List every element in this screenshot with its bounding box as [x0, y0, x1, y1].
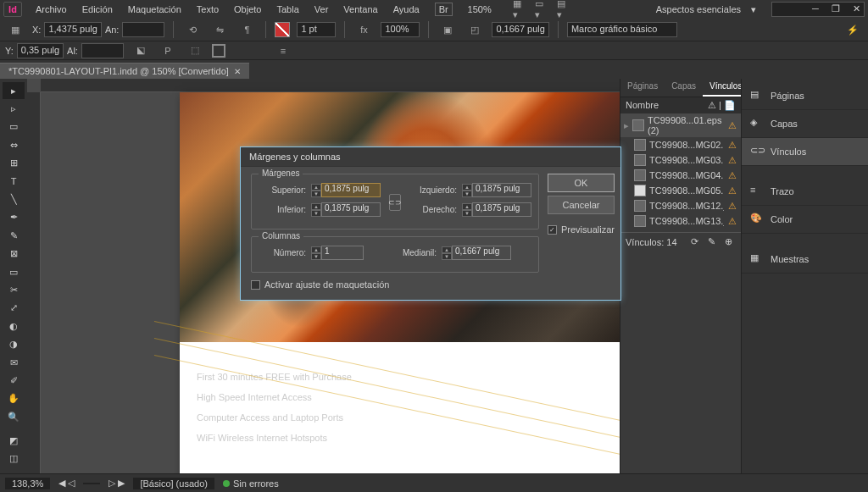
margin-top-field[interactable]: ▲▼0,1875 pulg — [311, 183, 381, 197]
link-row[interactable]: TC99908...MG13.jpg⚠ — [620, 213, 741, 229]
bridge-button[interactable]: Br — [435, 3, 453, 16]
pen-tool-icon[interactable]: ✒ — [3, 209, 25, 226]
zoom-level[interactable]: 150% — [454, 3, 505, 16]
stroke-swatch-icon[interactable] — [212, 44, 225, 58]
note-tool-icon[interactable]: ✉ — [3, 354, 25, 371]
margin-left-field[interactable]: ▲▼0,1875 pulg — [462, 183, 531, 197]
menu-archivo[interactable]: Archivo — [29, 3, 74, 16]
panel-muestras[interactable]: ▦Muestras — [742, 246, 868, 274]
gradient-swatch-tool-icon[interactable]: ◐ — [3, 318, 25, 334]
rectangle-frame-tool-icon[interactable]: ⊠ — [3, 246, 25, 263]
char-format-icon[interactable]: ¶ — [236, 19, 257, 40]
x-field[interactable]: 1,4375 pulg — [44, 22, 102, 37]
gap-tool-icon[interactable]: ⇔ — [3, 136, 25, 153]
content-collector-tool-icon[interactable]: ⊞ — [3, 155, 25, 172]
corner-icon[interactable]: ◰ — [465, 19, 485, 40]
y-field[interactable]: 0,35 pulg — [17, 43, 64, 58]
object-style-field[interactable]: Marco gráfico básico — [567, 22, 677, 37]
menu-ayuda[interactable]: Ayuda — [387, 3, 426, 16]
h-field[interactable] — [81, 43, 124, 58]
view-toggle-icon[interactable]: ▦ ▾ — [507, 0, 527, 19]
link-row[interactable]: TC99908...MG02.eps⚠ — [620, 137, 741, 152]
cancel-button[interactable]: Cancelar — [548, 196, 615, 214]
link-thumbnail-icon — [634, 215, 646, 227]
link-thumbnail-icon — [634, 154, 646, 166]
zoom-tool-icon[interactable]: 🔍 — [3, 408, 25, 425]
reference-point-icon[interactable]: ▦ — [5, 19, 25, 40]
fill-stroke-icon[interactable]: ◩ — [3, 432, 25, 449]
status-zoom[interactable]: 138,3% — [5, 478, 50, 489]
workspace-selector[interactable]: Aspectos esenciales ▾ — [643, 1, 763, 18]
stroke-weight[interactable]: 1 pt — [297, 22, 336, 37]
panel-trazo[interactable]: ≡Trazo — [742, 178, 868, 206]
fill-swatch-icon[interactable] — [275, 22, 290, 37]
screen-mode-icon[interactable]: ▭ ▾ — [529, 0, 549, 19]
ruler-vertical[interactable] — [27, 92, 41, 485]
close-tab-icon[interactable]: ✕ — [234, 67, 241, 76]
tab-capas[interactable]: Capas — [665, 79, 703, 97]
link-row[interactable]: TC99908...MG05.eps⚠ — [620, 183, 741, 198]
pencil-tool-icon[interactable]: ✎ — [3, 227, 25, 244]
fx-icon[interactable]: fx — [353, 19, 374, 40]
w-field[interactable] — [122, 22, 164, 37]
close-window-icon[interactable]: ✕ — [848, 2, 865, 15]
menu-texto[interactable]: Texto — [190, 3, 225, 16]
gutter-field[interactable]: ▲▼0,1667 pulg — [442, 246, 511, 260]
panel-paginas[interactable]: ▤Páginas — [742, 82, 868, 110]
flip-h-icon[interactable]: ⇋ — [209, 19, 230, 40]
link-row[interactable]: ▸TC99908...01.eps (2)⚠ — [620, 113, 741, 137]
status-page[interactable] — [83, 483, 100, 484]
menu-maquetacion[interactable]: Maquetación — [121, 3, 188, 16]
doc-tab[interactable]: *TC9990801-LAYOUT-PI1.indd @ 150% [Conve… — [0, 63, 249, 79]
hand-tool-icon[interactable]: ✋ — [3, 390, 25, 407]
ruler-horizontal[interactable] — [41, 79, 620, 92]
select-container-icon[interactable]: ⬚ — [185, 41, 205, 61]
menu-ver[interactable]: Ver — [308, 3, 336, 16]
panel-vinculos[interactable]: ⊂⊃Vínculos — [742, 138, 868, 166]
menu-objeto[interactable]: Objeto — [227, 3, 268, 16]
ok-button[interactable]: OK — [548, 174, 615, 192]
line-tool-icon[interactable]: ╲ — [3, 191, 25, 207]
eyedropper-tool-icon[interactable]: ✐ — [3, 372, 25, 389]
arrange-icon[interactable]: ▤ ▾ — [551, 0, 571, 19]
links-panel-buttons[interactable]: ⟳ ✎ ⊕ — [691, 236, 736, 247]
opacity-field[interactable]: 100% — [381, 22, 420, 37]
panel-capas[interactable]: ◈Capas — [742, 110, 868, 138]
link-row[interactable]: TC99908...MG12.jpg⚠ — [620, 198, 741, 213]
free-transform-tool-icon[interactable]: ⤢ — [3, 300, 25, 317]
page-nav-prev-icon[interactable]: ◀ ◁ — [58, 478, 75, 489]
menu-edicion[interactable]: Edición — [75, 3, 120, 16]
tab-paginas[interactable]: Páginas — [620, 79, 665, 97]
rotate-icon[interactable]: ⟲ — [182, 19, 203, 40]
quick-apply-icon[interactable]: ⚡ — [843, 19, 863, 40]
link-row[interactable]: TC99908...MG04.eps⚠ — [620, 168, 741, 183]
minimize-window-icon[interactable]: ─ — [807, 2, 824, 15]
direct-selection-tool-icon[interactable]: ▹ — [3, 100, 25, 117]
menu-ventana[interactable]: Ventana — [337, 3, 384, 16]
selection-tool-icon[interactable]: ▸ — [3, 82, 25, 99]
column-number-field[interactable]: ▲▼1 — [311, 246, 364, 260]
margin-top-label: Superior: — [259, 185, 306, 195]
align-icon[interactable]: ≡ — [273, 41, 293, 61]
page-tool-icon[interactable]: ▭ — [3, 119, 25, 135]
margin-bottom-field[interactable]: ▲▼0,1875 pulg — [311, 202, 381, 217]
scissors-tool-icon[interactable]: ✂ — [3, 281, 25, 298]
layout-adjust-checkbox[interactable]: Activar ajuste de maquetación — [251, 279, 539, 290]
menu-tabla[interactable]: Tabla — [270, 3, 305, 16]
apply-color-icon[interactable]: ◫ — [3, 450, 25, 467]
rectangle-tool-icon[interactable]: ▭ — [3, 263, 25, 280]
gradient-feather-tool-icon[interactable]: ◑ — [3, 335, 25, 352]
page-nav-next-icon[interactable]: ▷ ▶ — [108, 478, 125, 489]
paragraph-icon[interactable]: P — [158, 41, 178, 61]
corner-size-field[interactable]: 0,1667 pulg — [492, 22, 549, 37]
link-margins-icon[interactable]: ⊂⊃ — [389, 194, 401, 211]
link-row[interactable]: TC99908...MG03.eps⚠ — [620, 152, 741, 168]
shear-icon[interactable]: ⬕ — [131, 41, 151, 61]
status-style[interactable]: [Básico] (usado) — [133, 478, 214, 489]
margin-right-field[interactable]: ▲▼0,1875 pulg — [462, 202, 531, 217]
type-tool-icon[interactable]: T — [3, 173, 25, 190]
text-wrap-icon[interactable]: ▣ — [437, 19, 458, 40]
panel-color[interactable]: 🎨Color — [742, 206, 868, 234]
preview-checkbox[interactable]: ✓ Previsualizar — [548, 224, 615, 235]
maximize-window-icon[interactable]: ❐ — [827, 2, 844, 15]
